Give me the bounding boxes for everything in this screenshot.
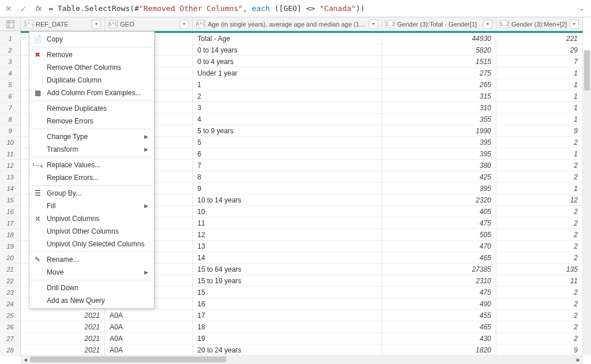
menu-fill[interactable]: Fill▶ [29, 200, 154, 212]
column-dropdown-icon[interactable]: ▾ [369, 20, 378, 29]
row-number[interactable]: 28 [0, 344, 21, 356]
column-filter-icon[interactable]: ▾ [179, 20, 189, 29]
cell-gender-men[interactable]: 2 [496, 137, 583, 148]
column-dropdown-icon[interactable]: ▾ [570, 20, 579, 29]
cell-age[interactable]: 0 to 4 years [193, 56, 382, 67]
cell-gender-men[interactable]: 2 [496, 206, 583, 217]
cell-ref-date[interactable]: 2021 [21, 344, 105, 356]
cell-gender-total[interactable]: 265 [382, 79, 496, 91]
column-header-age[interactable]: AᴮC Age (in single years), average age a… [193, 17, 382, 31]
cell-age[interactable]: 14 [193, 252, 382, 264]
cell-gender-men[interactable]: 135 [496, 264, 583, 275]
cell-gender-men[interactable]: 2 [496, 171, 583, 183]
cell-gender-total[interactable]: 310 [382, 102, 496, 114]
row-number[interactable]: 11 [0, 148, 21, 160]
menu-group-by[interactable]: ☰Group By... [29, 187, 154, 200]
column-header-geo[interactable]: AᴮC GEO ▾ [105, 17, 193, 31]
cell-ref-date[interactable]: 2021 [21, 333, 105, 344]
cell-gender-men[interactable]: 1 [496, 102, 583, 114]
row-number[interactable]: 23 [0, 287, 21, 298]
cell-gender-men[interactable]: 2 [496, 160, 583, 171]
cell-gender-total[interactable]: 315 [382, 91, 496, 102]
cell-age[interactable]: 15 to 19 years [193, 275, 382, 287]
scroll-left-icon[interactable]: ◄ [21, 357, 30, 363]
cell-age[interactable]: 16 [193, 298, 382, 310]
row-number[interactable]: 13 [0, 171, 21, 183]
cell-ref-date[interactable]: 2021 [21, 310, 105, 321]
row-number[interactable]: 1 [0, 33, 21, 44]
cell-gender-total[interactable]: 470 [382, 241, 496, 252]
cell-gender-total[interactable]: 465 [382, 321, 496, 333]
cell-gender-total[interactable]: 465 [382, 252, 496, 264]
cell-gender-total[interactable]: 27385 [382, 264, 496, 275]
cell-gender-total[interactable]: 395 [382, 148, 496, 160]
cell-gender-total[interactable]: 475 [382, 287, 496, 298]
cell-gender-men[interactable]: 2 [496, 321, 583, 333]
horizontal-scrollbar[interactable]: ◄ ► [21, 355, 583, 364]
row-number[interactable]: 27 [0, 333, 21, 344]
menu-change-type[interactable]: Change Type▶ [29, 130, 154, 143]
cell-age[interactable]: 13 [193, 241, 382, 252]
row-number[interactable]: 26 [0, 321, 21, 333]
row-number[interactable]: 22 [0, 275, 21, 287]
table-corner-icon[interactable] [0, 17, 21, 31]
menu-copy[interactable]: 📄Copy [29, 33, 154, 46]
cell-age[interactable]: 12 [193, 229, 382, 241]
cell-gender-total[interactable]: 395 [382, 137, 496, 148]
cell-gender-men[interactable]: 12 [496, 194, 583, 206]
cell-gender-men[interactable]: 1 [496, 148, 583, 160]
cell-age[interactable]: 19 [193, 333, 382, 344]
cell-gender-men[interactable]: 2 [496, 310, 583, 321]
cell-gender-men[interactable]: 29 [496, 44, 583, 56]
cell-gender-total[interactable]: 1820 [382, 344, 496, 356]
scrollbar-thumb[interactable] [584, 50, 590, 91]
cell-gender-total[interactable]: 275 [382, 67, 496, 79]
cell-gender-men[interactable]: 1 [496, 67, 583, 79]
menu-replace-errors[interactable]: Replace Errors... [29, 171, 154, 184]
row-number[interactable]: 14 [0, 183, 21, 194]
menu-unpivot[interactable]: ⤭Unpivot Columns [29, 212, 154, 225]
cell-gender-total[interactable]: 490 [382, 298, 496, 310]
formula-accept-icon[interactable]: ✓ [18, 4, 29, 13]
cell-gender-total[interactable]: 355 [382, 114, 496, 125]
row-number[interactable]: 9 [0, 125, 21, 137]
cell-geo[interactable]: A0A [105, 310, 193, 321]
row-number[interactable]: 24 [0, 298, 21, 310]
cell-age[interactable]: 11 [193, 217, 382, 229]
scroll-right-icon[interactable]: ► [574, 357, 583, 363]
cell-age[interactable]: Total - Age [193, 33, 382, 44]
column-dropdown-icon[interactable]: ▾ [92, 20, 101, 29]
menu-unpivot-other[interactable]: Unpivot Other Columns [29, 225, 154, 238]
row-number[interactable]: 8 [0, 114, 21, 125]
cell-gender-men[interactable]: 9 [496, 344, 583, 356]
cell-gender-men[interactable]: 2 [496, 241, 583, 252]
cell-age[interactable]: 4 [193, 114, 382, 125]
row-number[interactable]: 2 [0, 44, 21, 56]
cell-gender-men[interactable]: 7 [496, 56, 583, 67]
cell-gender-total[interactable]: 395 [382, 183, 496, 194]
row-number[interactable]: 10 [0, 137, 21, 148]
row-number[interactable]: 12 [0, 160, 21, 171]
row-number[interactable]: 5 [0, 79, 21, 91]
cell-age[interactable]: 15 to 64 years [193, 264, 382, 275]
formula-input[interactable]: = Table.SelectRows(#"Removed Other Colum… [48, 4, 571, 13]
scrollbar-thumb[interactable] [30, 357, 226, 362]
cell-gender-men[interactable]: 1 [496, 91, 583, 102]
menu-transform[interactable]: Transform▶ [29, 143, 154, 156]
cell-age[interactable]: Under 1 year [193, 67, 382, 79]
cell-age[interactable]: 18 [193, 321, 382, 333]
cell-gender-men[interactable]: 2 [496, 229, 583, 241]
cell-age[interactable]: 5 [193, 137, 382, 148]
row-number[interactable]: 25 [0, 310, 21, 321]
menu-move[interactable]: Move▶ [29, 266, 154, 279]
cell-geo[interactable]: A0A [105, 333, 193, 344]
column-dropdown-icon[interactable]: ▾ [483, 20, 492, 29]
menu-duplicate[interactable]: Duplicate Column [29, 74, 154, 87]
row-number[interactable]: 16 [0, 206, 21, 217]
cell-gender-men[interactable]: 2 [496, 287, 583, 298]
cell-gender-total[interactable]: 505 [382, 229, 496, 241]
cell-gender-men[interactable]: 221 [496, 33, 583, 44]
menu-add-query[interactable]: Add as New Query [29, 294, 154, 307]
cell-gender-men[interactable]: 1 [496, 79, 583, 91]
cell-gender-total[interactable]: 1515 [382, 56, 496, 67]
